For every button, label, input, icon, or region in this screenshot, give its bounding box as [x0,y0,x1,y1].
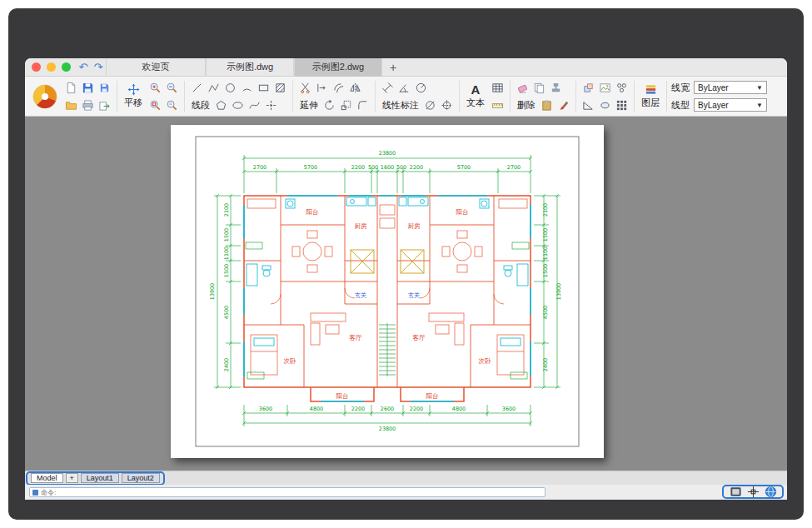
dim-radius-tool[interactable] [413,80,429,96]
layout-tab-bar: Model + Layout1 Layout2 [25,471,787,485]
dim-label: 2200 [410,406,423,412]
circle-tool[interactable] [222,80,238,96]
open-file-button[interactable] [63,97,79,113]
paste-tool[interactable] [539,97,555,113]
rotate-tool[interactable] [321,97,337,113]
room-label: 玄关 [408,291,420,298]
dim-aligned-tool[interactable] [380,80,396,96]
draw-group: 线段 [189,80,288,113]
undo-icon[interactable]: ↶ [76,61,91,73]
spline-tool[interactable] [247,97,262,113]
circle-icon [224,82,237,94]
match-properties-icon [550,82,562,94]
ruler-tool[interactable] [490,97,506,113]
layout-tabs-highlight: Model + Layout1 Layout2 [26,471,165,486]
save-button[interactable] [80,80,96,96]
titlebar: ↶ ↷ 欢迎页 示例图.dwg 示例图2.dwg + [25,58,787,77]
new-file-button[interactable] [63,80,79,96]
redo-icon[interactable]: ↷ [91,61,106,73]
linetype-label: 线型 [671,99,690,112]
command-line[interactable] [29,487,545,497]
preview-button[interactable] [729,486,742,499]
dim-diameter-tool[interactable] [422,97,438,113]
array-tool[interactable] [614,97,630,113]
zoom-window-tool[interactable] [164,97,180,113]
group-tool[interactable] [614,80,630,96]
add-layout-button[interactable]: + [66,473,78,483]
linetype-select[interactable]: ByLayer▼ [694,98,767,112]
offset-tool[interactable] [331,80,346,96]
layout2-tab[interactable]: Layout2 [122,473,160,483]
measure-tool[interactable] [580,97,596,113]
pan-tool[interactable]: 平移 [122,83,145,109]
polyline-tool[interactable] [206,80,222,96]
room-tag [247,372,264,379]
extend-line-tool[interactable] [314,80,330,96]
point-tool[interactable] [263,97,279,113]
dim-label: 2400 [542,358,549,371]
hatch-tool[interactable] [272,80,288,96]
dim-linear-tool[interactable]: 线性标注 [380,97,421,113]
model-tab[interactable]: Model [31,473,63,483]
drawing-canvas[interactable]: 23800 2700 5700 2200 500 1600 500 2200 5… [25,117,787,471]
scale-tool[interactable] [338,97,354,113]
dim-angular-tool[interactable] [396,80,412,96]
zoom-out-tool[interactable] [164,80,180,96]
attach-image-tool[interactable] [597,80,613,96]
export-button[interactable] [97,97,112,113]
erase-label: 删除 [515,99,538,112]
door-arc [271,294,281,304]
tab-welcome[interactable]: 欢迎页 [106,58,206,77]
match-properties-tool[interactable] [548,80,564,96]
zoom-in-icon [149,82,162,94]
rectangle-tool[interactable] [256,80,271,96]
tab-drawing2[interactable]: 示例图2.dwg [294,58,382,77]
dim-center-tool[interactable] [439,97,455,113]
polygon-tool[interactable] [213,97,229,113]
format-painter-tool[interactable] [555,97,571,113]
crosshair-button[interactable] [746,486,760,499]
copy-tool[interactable] [531,80,547,96]
line-segment-tool[interactable]: 线段 [189,97,212,113]
kitchen-counter [346,197,366,206]
line-icon [191,82,203,94]
fillet-tool[interactable] [355,97,371,113]
region-tool[interactable] [597,97,613,113]
globe-button[interactable] [764,486,777,499]
layer-tool[interactable]: 图层 [639,83,662,109]
text-tool[interactable]: A 文本 [464,83,487,109]
table-tool[interactable] [490,80,506,96]
tab-drawing1[interactable]: 示例图.dwg [206,58,294,77]
sofa [311,313,346,321]
zoom-in-tool[interactable] [147,80,163,96]
dim-label: 500 [368,164,378,171]
insert-block-tool[interactable] [580,80,596,96]
polyline-icon [207,82,220,94]
trim-tool[interactable] [297,80,313,96]
minimize-window-button[interactable] [47,62,56,72]
erase-tool-button[interactable] [515,80,531,96]
command-input[interactable] [41,489,542,496]
lineweight-select[interactable]: ByLayer▼ [694,81,767,94]
drawing-paper[interactable]: 23800 2700 5700 2200 500 1600 500 2200 5… [171,125,604,458]
zoom-extents-tool[interactable] [147,97,163,113]
save-all-button[interactable] [97,80,112,96]
dim-label: 2100 [542,203,549,217]
modify-group: 延伸 [297,80,371,113]
ellipse-tool[interactable] [230,97,246,113]
zoom-extents-icon [149,99,162,112]
line-tool[interactable] [189,80,205,96]
new-tab-button[interactable]: + [382,61,404,74]
text-label: 文本 [464,97,487,109]
arc-tool[interactable] [239,80,255,96]
room-label: 次卧 [479,357,492,365]
room-label: 厨房 [408,222,421,230]
layout1-tab[interactable]: Layout1 [81,473,119,483]
mirror-tool[interactable] [347,80,363,96]
extend-tool[interactable]: 延伸 [297,97,321,113]
close-window-button[interactable] [32,62,41,72]
maximize-window-button[interactable] [62,62,71,72]
erase-tool[interactable]: 删除 [515,97,538,113]
print-button[interactable] [80,97,96,113]
text-tool-icon: A [471,83,481,96]
